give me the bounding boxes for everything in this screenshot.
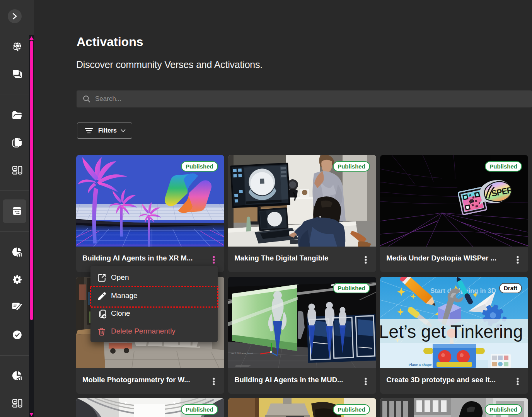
svg-text:res 1.00 frame_boost: res 1.00 frame_boost — [231, 352, 253, 354]
svg-text:Let’s get Tinkering: Let’s get Tinkering — [380, 322, 523, 342]
svg-text:Place a shape: Place a shape — [409, 363, 432, 367]
